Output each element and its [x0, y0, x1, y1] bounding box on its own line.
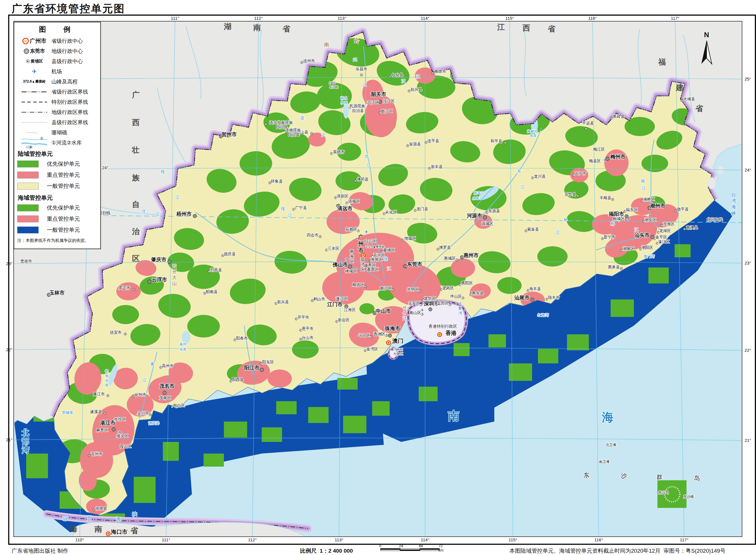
city-label: 潮南区 — [623, 247, 635, 251]
control-unit-blob — [187, 315, 220, 338]
map-label: 岭 — [354, 38, 360, 44]
map-label: 南卫滩 — [599, 460, 610, 464]
svg-text:①: ① — [40, 136, 43, 140]
map-label: 新丰江 — [474, 191, 485, 195]
marine-priority-zone — [343, 416, 366, 433]
control-unit-blob — [604, 150, 629, 176]
scale-bar: 0244872 km — [380, 548, 439, 552]
control-unit-blob — [267, 370, 292, 388]
city-label: 南山区 — [409, 310, 421, 315]
legend-land-swatches: 优先保护单元重点管控单元一般管控单元 — [17, 159, 97, 191]
county-capital-icon-dot — [382, 252, 383, 252]
city-label: 天河区 — [373, 253, 385, 257]
grid-label: 114° — [421, 16, 429, 20]
city-label: 梧州市 — [176, 211, 192, 217]
map-label: 自 — [132, 200, 139, 209]
city-label: 海丰县 — [529, 287, 541, 291]
county-capital-icon-dot — [547, 299, 548, 300]
legend-item-label: 山峰及高程 — [51, 78, 78, 85]
data-cutoff-note: 本图陆域管控单元、海域管控单元资料截止时间为2020年12月 — [509, 548, 660, 554]
prefecture-capital-icon-inner — [405, 266, 406, 267]
scalebar-tick: 72 km — [438, 544, 444, 552]
grid-label: 115° — [505, 16, 514, 20]
city-label: 普宁市 — [604, 235, 616, 239]
city-label: 大埔县 — [683, 97, 695, 101]
map-label: 江 — [156, 211, 160, 216]
city-label: 平远县 — [582, 121, 594, 125]
legend-item-label: 珊瑚礁 — [51, 129, 67, 136]
map-label: 江 — [363, 82, 367, 87]
map-label: 372.6▲摩星岭 — [366, 245, 385, 248]
city-label: 四会市 — [307, 233, 319, 237]
legend-item-county: 黄埔区县级行政中心 — [17, 56, 97, 66]
county-capital-icon-dot — [432, 73, 433, 74]
city-label: 阳东区 — [262, 360, 274, 364]
county-capital-icon-dot — [526, 230, 527, 231]
city-label: 遂溪县 — [90, 410, 102, 414]
map-label: 水库 — [530, 134, 537, 138]
city-label: 梅州市 — [610, 154, 626, 160]
prefecture-capital-icon-inner — [430, 309, 431, 310]
airport-icon: ✈ — [345, 257, 349, 262]
svg-text:②: ② — [29, 145, 32, 149]
city-label: 金湾区 — [366, 347, 378, 351]
county-capital-icon-dot — [457, 260, 457, 260]
city-label: 香洲区 — [374, 332, 386, 336]
city-label: 南海区 — [350, 249, 354, 264]
control-unit-blob — [79, 470, 97, 491]
county-capital-icon-dot — [528, 290, 529, 291]
county-capital-icon-dot — [365, 286, 366, 287]
county-capital-icon-dot — [261, 364, 262, 364]
legend-item-pref: 东莞市地级行政中心 — [17, 46, 97, 56]
city-label: 坪山区 — [450, 294, 462, 299]
county-capital-icon-dot — [684, 229, 685, 230]
county-capital-icon-dot — [326, 250, 327, 251]
county-capital-icon-dot — [578, 196, 578, 197]
legend-land-section-title: 陆域管控单元 — [18, 150, 97, 158]
county-capital-icon-dot — [230, 381, 232, 382]
legend-swatch-row: 重点管控单元 — [17, 213, 97, 224]
map-label: 西 — [132, 118, 139, 127]
map-label: 桂 — [161, 169, 165, 174]
city-label: 澄海区 — [663, 222, 675, 226]
legend-swatch-row: 优先保护单元 — [17, 202, 97, 213]
prefecture-capital-icon-inner — [164, 392, 165, 393]
marine-priority-zone — [489, 334, 506, 347]
city-label: 翁源县 — [409, 142, 421, 146]
map-label: 江 — [416, 74, 420, 79]
city-label: 新兴县 — [277, 300, 289, 304]
prefecture-capital-icon-inner — [261, 369, 262, 370]
city-label: 南澳县 — [686, 225, 698, 230]
city-label: 海珠区 — [371, 257, 383, 262]
boundary-sample — [20, 121, 48, 124]
city-label: 江门市 — [327, 301, 343, 307]
city-label: 龙岗区 — [442, 286, 454, 290]
grid-label: 114° — [421, 537, 429, 542]
grid-label: 115° — [509, 537, 517, 542]
control-unit-blob — [112, 305, 139, 324]
legend-item-air: ✈机场 — [17, 66, 97, 77]
city-label: 云浮市 — [152, 277, 167, 283]
legend-item-label: ①河流②水库 — [51, 139, 82, 146]
city-label: 紫金县 — [527, 227, 539, 231]
city-label: 乐昌市 — [355, 67, 368, 71]
county-capital-icon-dot — [296, 318, 297, 319]
color-swatch — [17, 204, 39, 211]
control-unit-blob — [116, 282, 141, 300]
legend-sea-section-title: 海域管控单元 — [18, 194, 97, 202]
legend-sea-swatches: 优先保护单元重点管控单元一般管控单元 — [17, 202, 97, 236]
county-capital-icon-dot — [108, 395, 109, 396]
county-capital-icon-dot — [300, 330, 301, 331]
city-label: 雷州市 — [91, 452, 103, 456]
legend-swatch-row: 一般管控单元 — [17, 224, 97, 236]
city-label: 肇庆市 — [151, 257, 167, 262]
city-label: 澳门 — [392, 338, 403, 344]
county-capital-icon-dot — [358, 230, 359, 231]
legend-swatch-row: 优先保护单元 — [17, 159, 97, 170]
city-label: 南沙区 — [380, 286, 392, 291]
city-label: 揭东区 — [626, 208, 638, 212]
county-capital-icon-dot — [403, 240, 404, 241]
map-canvas: 湖南省江西省福建省广西壮族自治区海南省南海北部湾台湾海峡琼州海峡伶仃洋大鹏湾红海… — [0, 0, 756, 555]
county-capital-icon-dot — [421, 304, 422, 305]
provincial-capital-icon-dot — [439, 334, 440, 336]
